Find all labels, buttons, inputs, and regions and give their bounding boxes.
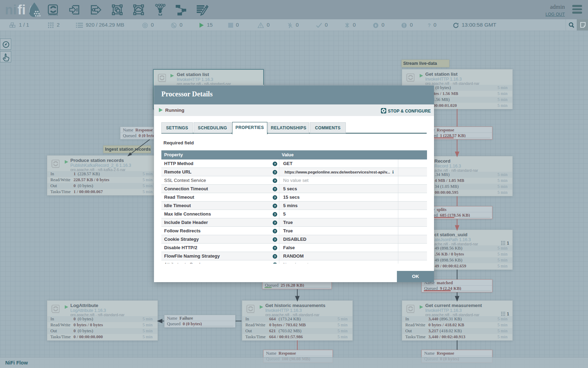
svg-text:fi: fi — [18, 2, 26, 17]
svg-text:ni: ni — [5, 2, 17, 17]
